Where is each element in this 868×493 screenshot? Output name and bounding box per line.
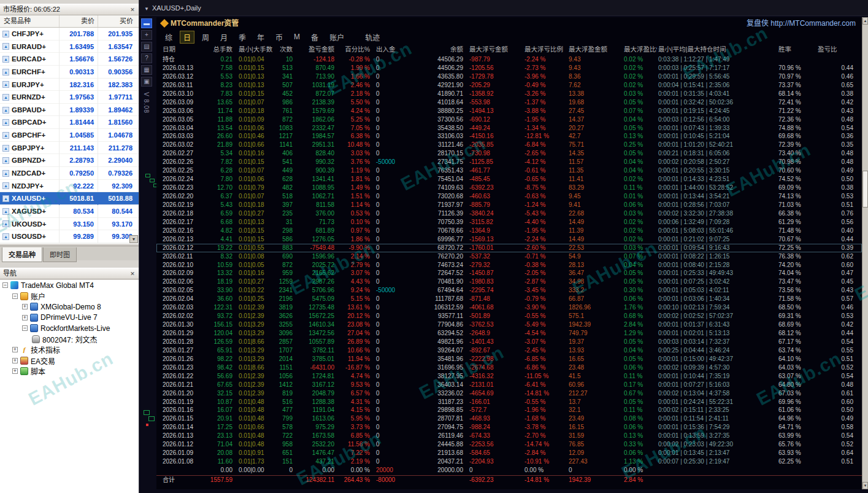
tree-item[interactable]: 8002047: 刘文杰 (0, 334, 139, 345)
table-row[interactable]: 2026.02.176.680.01|0.133171.730.10 %0707… (156, 218, 862, 227)
table-row[interactable]: 2026.03.0511.880.01|0.098721862.065.25 %… (156, 115, 862, 124)
panel-collapse-icon[interactable]: ▬ (141, 18, 152, 28)
market-watch-row[interactable]: ▲NZDJPY+92.22292.309 (0, 180, 139, 193)
table-row[interactable]: 2026.01.2167.650.01|2.3914123167.129.53 … (156, 381, 862, 389)
table-row[interactable]: 2026.01.28126.590.01|8.66285710557.8926.… (156, 338, 862, 346)
column-ask[interactable]: 买价 (98, 15, 136, 27)
table-row[interactable]: 2026.02.0533.900.01|0.2223415706.969.24 … (156, 286, 862, 295)
market-watch-row[interactable]: ▲GBPAUD+1.893391.89462 (0, 104, 139, 117)
column-symbol[interactable]: 交易品种 (0, 15, 59, 27)
market-watch-row[interactable]: ▲CHFJPY+201.788201.935 (0, 28, 139, 41)
table-row[interactable]: 2026.02.1219.220.01|0.55883-7549.48-9.90… (156, 244, 862, 252)
menu-item-轨迹[interactable]: 轨迹 (361, 31, 383, 44)
table-row[interactable]: 2026.02.03122.310.01|2.39381912735.4813.… (156, 303, 862, 312)
table-row[interactable]: 2026.02.118.320.01|0.086901596.962.14 %0… (156, 252, 862, 261)
expand-icon[interactable]: + (12, 368, 18, 374)
menu-item-账户[interactable]: 账户 (326, 31, 348, 44)
market-watch-row[interactable]: ▲GBPCHF+1.045851.04678 (0, 129, 139, 142)
table-row[interactable]: 2026.02.2312.700.01|0.794821088.951.49 %… (156, 184, 862, 192)
table-row[interactable]: 2026.01.29120.040.01|3.29309613472.5627.… (156, 329, 862, 338)
market-watch-row[interactable]: ▲USOUSD+99.28999.309 (0, 230, 139, 243)
tree-item[interactable]: +脚本 (0, 366, 139, 377)
scroll-up-icon[interactable]: ▲ (862, 17, 868, 25)
vertical-scrollbar[interactable]: ▲ ▼ (862, 17, 868, 489)
menu-item-M[interactable]: M (290, 31, 304, 42)
tree-item[interactable]: +DPrimeVU-Live 7 (0, 312, 139, 324)
table-row[interactable]: 2026.03.125.530.01|0.13341713.901.66 %04… (156, 72, 862, 81)
market-watch-row[interactable]: ▲EURJPY+182.316182.383 (0, 79, 139, 91)
table-row[interactable]: 2026.03.137.580.01|0.15513870.491.99 %04… (156, 64, 862, 72)
market-watch-row[interactable]: ▲EURAUD+1.634951.63547 (0, 41, 139, 53)
tree-item[interactable]: +EA交易 (0, 355, 139, 367)
chart-menu-icon[interactable]: ▼ (144, 6, 149, 12)
menu-item-月[interactable]: 月 (217, 31, 231, 44)
summary-row[interactable]: 合计1557.59124382.11264.43 %-80000-6392.23… (156, 475, 862, 484)
tree-item[interactable]: −TradeMax Global MT4 (0, 280, 139, 291)
table-row[interactable]: 2026.01.0811.600.01|1.73151437.212.19 %0… (156, 457, 862, 466)
brand-link[interactable]: 复盘侠 http://MTCommander.com (747, 17, 856, 29)
table-row[interactable]: 持仓0.210.01|0.0410-124.18-0.28 %044506.29… (156, 55, 862, 64)
menu-item-年[interactable]: 年 (253, 31, 268, 44)
expand-icon[interactable]: + (22, 304, 28, 309)
table-row[interactable]: 2026.01.1323.130.01|0.487221673.586.85 %… (156, 432, 862, 440)
snapshot-icon[interactable]: ▣ (141, 77, 152, 87)
table-row[interactable]: 0.000.00|0.0000.000.00 %2000020000.0000.… (156, 466, 862, 475)
table-row[interactable]: 2026.01.2765.910.01|3.2917073782.1110.66… (156, 346, 862, 355)
table-row[interactable]: 2026.03.118.230.01|0.135071031.192.46 %0… (156, 81, 862, 90)
tab-active[interactable]: 交易品种 (2, 247, 42, 262)
table-row[interactable]: 2026.01.2398.420.01|8.661151-6431.00-16.… (156, 363, 862, 372)
market-watch-row[interactable]: ▲UKOUSD+93.15093.170 (0, 218, 139, 231)
expand-icon[interactable]: + (12, 358, 18, 363)
market-watch-row[interactable]: ▲GBPNZD+2.287932.29040 (0, 154, 139, 167)
market-watch-row[interactable]: ▲GBPCAD+1.814441.81560 (0, 116, 139, 129)
scrollbar-thumb[interactable] (862, 171, 868, 208)
table-row[interactable]: 2026.02.164.820.01|0.15298681.890.97 %07… (156, 227, 862, 235)
table-row[interactable]: 2026.03.0413.540.01|0.0610832332.477.05 … (156, 124, 862, 133)
table-row[interactable]: 2026.02.134.410.01|0.155861276.051.86 %0… (156, 235, 862, 244)
table-row[interactable]: 2026.02.256.280.01|0.07449900.391.19 %07… (156, 166, 862, 175)
table-row[interactable]: 2026.02.206.370.01|0.075181062.711.51 %0… (156, 192, 862, 201)
table-row[interactable]: 2026.02.186.590.01|0.27235376.000.53 %07… (156, 209, 862, 218)
table-row[interactable]: 2026.03.0611.740.01|0.187611579.694.24 %… (156, 107, 862, 115)
table-row[interactable]: 2026.01.1417.250.01|0.66578975.293.73 %0… (156, 423, 862, 432)
menu-item-季[interactable]: 季 (235, 31, 250, 44)
table-row[interactable]: 2026.03.107.830.01|0.15452872.072.18 %04… (156, 90, 862, 98)
table-row[interactable]: 2026.03.0221.890.01|0.6611412951.3110.48… (156, 141, 862, 149)
scroll-down-icon[interactable]: ▼ (129, 235, 138, 243)
table-row[interactable]: 2026.01.2032.150.01|2.398192048.796.57 %… (156, 389, 862, 398)
collapse-icon[interactable]: − (12, 293, 18, 299)
menu-item-综[interactable]: 综 (161, 31, 176, 44)
table-row[interactable]: 2026.02.1010.590.01|0.058722025.722.79 %… (156, 261, 862, 270)
market-watch-row[interactable]: ▲EURNZD+1.975631.97711 (0, 91, 139, 104)
close-icon[interactable]: ✕ (128, 6, 137, 14)
table-row[interactable]: 2026.01.1616.070.01|0.484771191.044.15 %… (156, 406, 862, 414)
table-row[interactable]: 2026.02.0913.320.01|0.169592165.623.07 %… (156, 269, 862, 278)
table-row[interactable]: 2026.01.1910.870.01|0.485161288.384.31 %… (156, 398, 862, 406)
table-row[interactable]: 2026.02.0293.720.01|2.39362615672.2520.1… (156, 312, 862, 320)
table-row[interactable]: 2026.02.267.820.01|0.15541990.323.76 %-5… (156, 158, 862, 166)
market-watch-row[interactable]: ▲XAGUSD+80.53480.544 (0, 205, 139, 218)
table-row[interactable]: 2026.01.0920.080.01|0.916511476.477.22 %… (156, 449, 862, 457)
tab-inactive[interactable]: 即时图 (43, 247, 77, 262)
grid-icon[interactable]: ▦ (141, 65, 152, 75)
table-row[interactable]: 2026.03.0913.650.01|0.079862138.395.50 %… (156, 98, 862, 107)
menu-item-周[interactable]: 周 (198, 31, 213, 44)
tree-item[interactable]: +f技术指标 (0, 344, 139, 355)
crosshair-icon[interactable]: + (141, 30, 152, 40)
close-icon[interactable]: ✕ (128, 270, 137, 278)
chart-titlebar[interactable]: ▼XAUUSD+,Daily (139, 0, 868, 16)
menu-item-币[interactable]: 币 (272, 31, 286, 44)
table-row[interactable]: 2026.01.2698.220.01|3.2920143785.0111.94… (156, 355, 862, 363)
market-watch-row[interactable]: ▲XAUUSD+5018.815018.88 (0, 192, 139, 205)
tree-item[interactable]: −账户 (0, 291, 139, 302)
table-row[interactable]: 2026.02.247.800.01|0.066281341.411.81 %0… (156, 175, 862, 184)
table-row[interactable]: 2026.02.195.430.01|0.18397811.581.14 %07… (156, 201, 862, 209)
table-row[interactable]: 2026.01.1520.910.01|0.487991613.065.95 %… (156, 414, 862, 423)
table-row[interactable]: 2026.01.1271.040.01|0.489582532.2011.56 … (156, 440, 862, 449)
table-row[interactable]: 2026.01.30156.150.01|3.29325514610.3423.… (156, 320, 862, 329)
menu-item-备[interactable]: 备 (307, 31, 322, 44)
settings-icon[interactable]: ▤ (141, 42, 152, 52)
tree-item[interactable]: +XMGlobal-Demo 8 (0, 301, 139, 312)
collapse-icon[interactable]: − (2, 282, 8, 288)
market-watch-row[interactable]: ▲EURCHF+0.903130.90356 (0, 66, 139, 79)
